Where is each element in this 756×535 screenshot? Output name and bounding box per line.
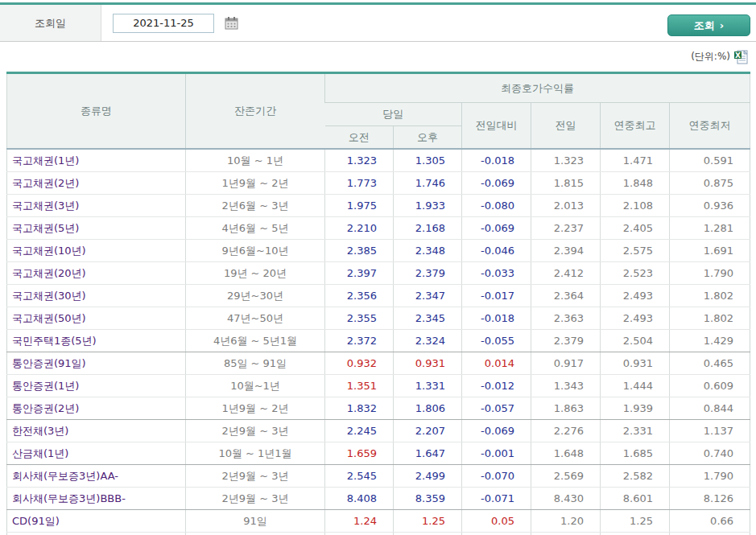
cell-name[interactable]: 국민주택1종(5년) xyxy=(7,330,186,352)
cell-period: 2년9월 ~ 3년 xyxy=(186,465,325,488)
cell-name[interactable]: CP(91일) xyxy=(7,533,186,535)
cell-year-low: 0.609 xyxy=(670,375,750,397)
cell-prev: 2.569 xyxy=(531,465,601,488)
cell-name[interactable]: 회사채(무보증3년)BBB- xyxy=(7,488,186,510)
header-yield-group: 최종호가수익률 xyxy=(325,73,750,103)
cell-year-high: 2.493 xyxy=(601,307,670,330)
cell-name[interactable]: CD(91일) xyxy=(7,510,186,533)
search-button[interactable]: 조회 › xyxy=(667,14,750,36)
cell-year-low: 0.844 xyxy=(670,397,750,420)
table-body: 국고채권(1년)10월 ~ 1년1.3231.305-0.0181.3231.4… xyxy=(7,149,750,535)
cell-prev: 2.412 xyxy=(531,262,601,285)
calendar-icon[interactable] xyxy=(225,16,238,30)
cell-am: 1.773 xyxy=(325,172,394,195)
search-button-label: 조회 xyxy=(694,19,715,33)
cell-period: 2년6월 ~ 3년 xyxy=(186,195,325,217)
cell-year-low: 0.740 xyxy=(670,442,750,465)
cell-pm: 2.324 xyxy=(394,330,462,352)
cell-name[interactable]: 국고채권(5년) xyxy=(7,217,186,240)
cell-change: -0.017 xyxy=(462,285,531,307)
cell-period: 10월 ~ 1년1월 xyxy=(186,442,325,465)
cell-year-low: 1.691 xyxy=(670,240,750,262)
cell-am: 2.356 xyxy=(325,285,394,307)
cell-period: 1년9월 ~ 2년 xyxy=(186,397,325,420)
cell-change: -0.069 xyxy=(462,420,531,442)
cell-name[interactable]: 통안증권(2년) xyxy=(7,397,186,420)
cell-change: -0.069 xyxy=(462,217,531,240)
table-row: 국민주택1종(5년)4년6월 ~ 5년1월2.3722.324-0.0552.3… xyxy=(7,330,750,352)
table-row: 국고채권(30년)29년~30년2.3562.347-0.0172.3642.4… xyxy=(7,285,750,307)
cell-year-high: 2.575 xyxy=(601,240,670,262)
cell-pm: 8.359 xyxy=(394,488,462,510)
cell-name[interactable]: 국고채권(2년) xyxy=(7,172,186,195)
table-row: 국고채권(20년)19년 ~ 20년2.3972.379-0.0332.4122… xyxy=(7,262,750,285)
cell-change: -0.069 xyxy=(462,172,531,195)
cell-change: 0.014 xyxy=(462,352,531,375)
cell-pm: 2.347 xyxy=(394,285,462,307)
cell-period: 91일 xyxy=(186,510,325,533)
query-date-input[interactable] xyxy=(113,14,214,33)
cell-pm: 1.331 xyxy=(394,375,462,397)
cell-change: -0.001 xyxy=(462,442,531,465)
cell-year-high: 2.523 xyxy=(601,262,670,285)
cell-period: 4년6월 ~ 5년1월 xyxy=(186,330,325,352)
bond-yield-table: 종류명 잔존기간 최종호가수익률 당일 전일대비 전일 연중최고 연중최저 오전… xyxy=(6,72,750,535)
cell-am: 2.397 xyxy=(325,262,394,285)
cell-prev: 2.363 xyxy=(531,307,601,330)
cell-year-low: 1.281 xyxy=(670,217,750,240)
cell-am: 1.659 xyxy=(325,442,394,465)
cell-name[interactable]: 국고채권(20년) xyxy=(7,262,186,285)
filter-bar: 조회일 조회 › xyxy=(0,5,756,42)
cell-prev: 1.33 xyxy=(531,533,601,535)
table-header: 종류명 잔존기간 최종호가수익률 당일 전일대비 전일 연중최고 연중최저 오전… xyxy=(7,73,750,150)
excel-export-icon[interactable]: X xyxy=(733,49,749,64)
table-row: 회사채(무보증3년)AA-2년9월 ~ 3년2.5452.499-0.0702.… xyxy=(7,465,750,488)
table-row: 통안증권(2년)1년9월 ~ 2년1.8321.806-0.0571.8631.… xyxy=(7,397,750,420)
cell-name[interactable]: 통안증권(1년) xyxy=(7,375,186,397)
cell-pm: 1.933 xyxy=(394,195,462,217)
cell-am: 1.832 xyxy=(325,397,394,420)
cell-change: -0.018 xyxy=(462,149,531,172)
cell-name[interactable]: 한전채(3년) xyxy=(7,420,186,442)
table-row: 한전채(3년)2년9월 ~ 3년2.2452.207-0.0692.2762.3… xyxy=(7,420,750,442)
cell-am: 8.408 xyxy=(325,488,394,510)
cell-name[interactable]: 국고채권(10년) xyxy=(7,240,186,262)
table-row: 국고채권(1년)10월 ~ 1년1.3231.305-0.0181.3231.4… xyxy=(7,149,750,172)
cell-year-high: 2.108 xyxy=(601,195,670,217)
cell-year-high: 2.504 xyxy=(601,330,670,352)
unit-row: (단위:%) X xyxy=(0,42,756,72)
cell-prev: 1.343 xyxy=(531,375,601,397)
header-name: 종류명 xyxy=(7,73,186,150)
cell-name[interactable]: 국고채권(50년) xyxy=(7,307,186,330)
cell-am: 1.24 xyxy=(325,510,394,533)
cell-name[interactable]: 국고채권(3년) xyxy=(7,195,186,217)
cell-year-low: 0.465 xyxy=(670,352,750,375)
cell-change: -0.033 xyxy=(462,262,531,285)
cell-am: 0.932 xyxy=(325,352,394,375)
cell-name[interactable]: 통안증권(91일) xyxy=(7,352,186,375)
cell-period: 19년 ~ 20년 xyxy=(186,262,325,285)
cell-change: -0.055 xyxy=(462,330,531,352)
cell-name[interactable]: 회사채(무보증3년)AA- xyxy=(7,465,186,488)
bond-yield-page: 조회일 조회 › (단위:%) xyxy=(0,0,756,535)
header-prev: 전일 xyxy=(531,103,601,150)
cell-pm: 2.379 xyxy=(394,262,462,285)
cell-name[interactable]: 산금채(1년) xyxy=(7,442,186,465)
cell-year-high: 1.848 xyxy=(601,172,670,195)
cell-am: 2.545 xyxy=(325,465,394,488)
cell-year-high: 1.25 xyxy=(601,510,670,533)
cell-name[interactable]: 국고채권(1년) xyxy=(7,149,186,172)
cell-year-high: 1.471 xyxy=(601,149,670,172)
cell-pm: 1.746 xyxy=(394,172,462,195)
cell-am: 1.975 xyxy=(325,195,394,217)
cell-name[interactable]: 국고채권(30년) xyxy=(7,285,186,307)
cell-prev: 2.013 xyxy=(531,195,601,217)
cell-year-low: 0.936 xyxy=(670,195,750,217)
cell-am: 2.372 xyxy=(325,330,394,352)
cell-year-low: 1.790 xyxy=(670,465,750,488)
cell-change: -0.071 xyxy=(462,488,531,510)
cell-period: 85일 ~ 91일 xyxy=(186,352,325,375)
table-row: CP(91일)85일 ~ 91일1.411.470.141.331.470.97 xyxy=(7,533,750,535)
cell-am: 1.351 xyxy=(325,375,394,397)
cell-prev: 1.648 xyxy=(531,442,601,465)
